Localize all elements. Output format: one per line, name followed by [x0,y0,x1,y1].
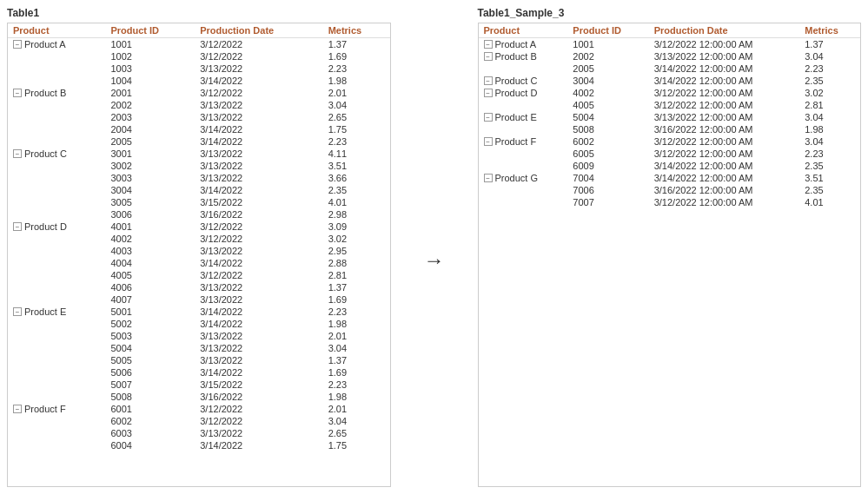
metrics-cell: 3.09 [323,221,390,233]
table-row: −Product G70043/14/2022 12:00:00 AM3.51 [479,172,861,184]
date-cell: 3/13/2022 12:00:00 AM [649,50,800,63]
date-cell: 3/12/2022 [195,269,322,281]
id-cell: 3005 [105,196,195,208]
table-row: 70063/16/2022 12:00:00 AM2.35 [479,184,861,196]
table-row: 20033/13/20222.65 [8,111,390,123]
table2-col-id[interactable]: Product ID [567,23,648,38]
metrics-cell: 1.69 [323,50,390,63]
id-cell: 1004 [105,75,195,87]
table-row: 10033/13/20222.23 [8,63,390,75]
table-row: −Product C30013/13/20224.11 [8,148,390,160]
id-cell: 7004 [567,172,648,184]
id-cell: 6003 [105,427,195,439]
metrics-cell: 2.23 [323,306,390,318]
date-cell: 3/16/2022 [195,391,322,403]
metrics-cell: 3.02 [323,233,390,245]
table-row: −Product B20023/13/2022 12:00:00 AM3.04 [479,50,861,63]
product-cell [8,318,105,330]
id-cell: 4001 [105,221,195,233]
expand-icon[interactable]: − [13,307,22,316]
id-cell: 6004 [105,439,195,451]
table1-col-date[interactable]: Production Date [195,23,322,38]
product-cell [8,330,105,342]
product-cell [479,196,568,208]
product-cell [8,269,105,281]
arrow-container: → [408,7,461,487]
date-cell: 3/15/2022 [195,196,322,208]
product-cell: −Product B [479,50,568,63]
expand-icon[interactable]: − [484,89,493,97]
metrics-cell: 2.23 [799,63,860,75]
product-cell [8,208,105,221]
metrics-cell: 2.88 [323,257,390,269]
product-name: Product D [495,88,538,98]
table1-panel: Table1 Product Product ID Production Dat… [7,7,391,487]
product-cell [8,427,105,439]
date-cell: 3/13/2022 [195,427,322,439]
expand-icon[interactable]: − [13,89,22,97]
table-row: −Product D40023/12/2022 12:00:00 AM3.02 [479,87,861,99]
table1-col-id[interactable]: Product ID [105,23,195,38]
id-cell: 3003 [105,172,195,184]
product-name: Product D [24,221,67,232]
table1-col-metrics[interactable]: Metrics [323,23,390,38]
expand-icon[interactable]: − [484,113,493,122]
date-cell: 3/13/2022 [195,342,322,354]
metrics-cell: 1.75 [323,439,390,451]
table2-col-date[interactable]: Production Date [649,23,800,38]
product-name: Product G [495,173,539,183]
table1-col-product[interactable]: Product [8,23,105,38]
table-row: −Product F60023/12/2022 12:00:00 AM3.04 [479,135,861,148]
table-row: 40053/12/20222.81 [8,269,390,281]
table-row: 40063/13/20221.37 [8,281,390,293]
expand-icon[interactable]: − [484,40,493,49]
table2: Product Product ID Production Date Metri… [479,23,861,208]
metrics-cell: 1.98 [323,318,390,330]
metrics-cell: 1.37 [323,281,390,293]
table2-col-metrics[interactable]: Metrics [799,23,860,38]
main-container: Table1 Product Product ID Production Dat… [7,7,861,487]
expand-icon[interactable]: − [13,222,22,231]
id-cell: 5004 [567,111,648,123]
date-cell: 3/14/2022 [195,439,322,451]
table1-scroll[interactable]: Product Product ID Production Date Metri… [8,23,390,486]
expand-icon[interactable]: − [484,52,493,61]
expand-icon[interactable]: − [13,405,22,413]
date-cell: 3/13/2022 [195,293,322,306]
expand-icon[interactable]: − [484,174,493,182]
product-cell [8,63,105,75]
table-row: 70073/12/2022 12:00:00 AM4.01 [479,196,861,208]
table-row: −Product D40013/12/20223.09 [8,221,390,233]
product-cell: −Product F [479,135,568,148]
product-cell [8,160,105,172]
metrics-cell: 1.98 [799,123,860,135]
id-cell: 7007 [567,196,648,208]
product-cell [8,123,105,135]
table2-col-product[interactable]: Product [479,23,568,38]
id-cell: 2001 [105,87,195,99]
date-cell: 3/12/2022 [195,233,322,245]
date-cell: 3/13/2022 [195,160,322,172]
product-cell [8,366,105,379]
metrics-cell: 1.37 [323,354,390,366]
expand-icon[interactable]: − [484,137,493,146]
expand-icon[interactable]: − [484,76,493,85]
table-row: 50053/13/20221.37 [8,354,390,366]
expand-icon[interactable]: − [13,40,22,49]
id-cell: 4003 [105,245,195,257]
id-cell: 5003 [105,330,195,342]
date-cell: 3/12/2022 [195,50,322,63]
date-cell: 3/16/2022 12:00:00 AM [649,123,800,135]
date-cell: 3/14/2022 [195,184,322,196]
table1-header-row: Product Product ID Production Date Metri… [8,23,390,38]
date-cell: 3/13/2022 [195,99,322,111]
product-cell [479,123,568,135]
table2-title: Table1_Sample_3 [478,7,862,19]
date-cell: 3/12/2022 [195,87,322,99]
id-cell: 5004 [105,342,195,354]
metrics-cell: 3.04 [323,415,390,427]
table2-scroll[interactable]: Product Product ID Production Date Metri… [479,23,861,486]
expand-icon[interactable]: − [13,149,22,158]
table-row: 50083/16/20221.98 [8,391,390,403]
product-cell [8,281,105,293]
